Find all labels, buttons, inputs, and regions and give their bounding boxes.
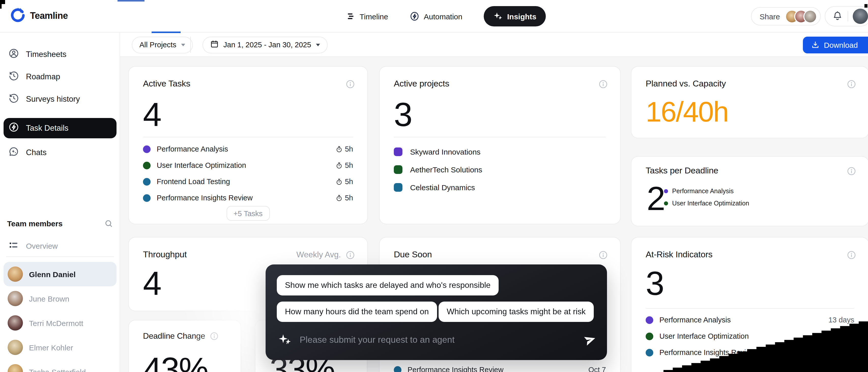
- task-label: Performance Analysis: [157, 145, 329, 153]
- stopwatch-icon: [335, 178, 343, 185]
- search-icon[interactable]: [104, 219, 113, 230]
- project-label: Skyward Innovations: [410, 147, 480, 156]
- team-member-row[interactable]: Terri McDermott: [4, 311, 117, 335]
- task-row[interactable]: Performance Insights Review 5h: [143, 190, 353, 206]
- sidebar-item-task-details[interactable]: Task Details: [4, 118, 117, 138]
- collaborator-avatars: [785, 9, 817, 23]
- member-avatar: [8, 315, 23, 331]
- task-color-dot: [143, 162, 151, 169]
- tab-insights[interactable]: Insights: [484, 6, 546, 27]
- person-icon: [8, 48, 19, 61]
- date-range-value: Jan 1, 2025 - Jan 30, 2025: [223, 41, 311, 49]
- team-member-row[interactable]: Elmer Kohler: [4, 335, 117, 360]
- sidebar-item-label: Chats: [26, 148, 46, 157]
- project-filter-dropdown[interactable]: All Projects: [132, 36, 193, 53]
- planned-vs-capacity-value: 16/40h: [646, 95, 728, 128]
- sidebar-item-label: Roadmap: [26, 72, 60, 81]
- ai-sparkles-icon: [278, 333, 292, 347]
- member-name: June Brown: [29, 294, 69, 303]
- automation-bolt-icon: [410, 11, 420, 21]
- chevron-down-icon: [316, 43, 320, 46]
- deadline-task-list: Performance Analysis User Interface Opti…: [664, 185, 749, 209]
- avatar: [803, 9, 817, 23]
- stopwatch-icon: [335, 162, 343, 169]
- download-label: Download: [824, 40, 858, 49]
- divider: [646, 308, 854, 309]
- project-color-swatch: [394, 183, 402, 192]
- suggestion-chip[interactable]: Show me which tasks are delayed and who'…: [277, 275, 499, 296]
- card-title: Planned vs. Capacity: [646, 79, 726, 89]
- active-task-list: Performance Analysis 5h User Interface O…: [143, 141, 353, 206]
- tab-timeline[interactable]: Timeline: [346, 12, 388, 21]
- tab-label: Automation: [424, 12, 463, 21]
- info-icon[interactable]: [345, 250, 355, 260]
- info-icon[interactable]: [345, 79, 355, 89]
- project-row[interactable]: Skyward Innovations: [394, 143, 606, 161]
- card-tasks-per-deadline: Tasks per Deadline 2 Performance Analysi…: [631, 156, 868, 226]
- stopwatch-icon: [335, 145, 343, 153]
- suggestion-chip[interactable]: How many hours did the team spend on: [277, 302, 437, 322]
- tab-automation[interactable]: Automation: [410, 11, 463, 21]
- active-tab-underline: [152, 31, 181, 33]
- team-member-row[interactable]: Tasha Satterfield: [4, 360, 117, 372]
- task-row[interactable]: Frontend Load Testing 5h: [143, 173, 353, 190]
- active-projects-count: 3: [394, 95, 412, 134]
- task-color-dot: [646, 316, 653, 324]
- task-row[interactable]: Performance Analysis 5h: [143, 141, 353, 157]
- suggestion-chip[interactable]: Which upcoming tasks might be at risk: [439, 302, 594, 322]
- share-button[interactable]: Share: [751, 7, 821, 26]
- notifications-bell-icon[interactable]: [832, 11, 843, 22]
- calendar-icon: [210, 40, 219, 50]
- filter-bar: All Projects Jan 1, 2025 - Jan 30, 2025 …: [120, 33, 868, 57]
- team-member-row[interactable]: Glenn Daniel: [4, 262, 117, 286]
- overview-list-icon: [9, 240, 19, 251]
- timeline-icon: [346, 12, 355, 21]
- task-label: Performance Insights Review: [157, 194, 329, 202]
- task-color-dot: [664, 189, 668, 193]
- sidebar-item-surveys-history[interactable]: Surveys history: [4, 89, 117, 109]
- ai-assistant-panel: Show me which tasks are delayed and who'…: [266, 265, 607, 360]
- task-row[interactable]: User Interface Optimization 5h: [143, 157, 353, 173]
- glitch-top-right: [864, 4, 867, 8]
- more-tasks-button[interactable]: +5 Tasks: [226, 206, 270, 221]
- info-icon[interactable]: [847, 250, 856, 260]
- user-avatar[interactable]: [853, 9, 868, 24]
- sidebar-item-timesheets[interactable]: Timesheets: [4, 44, 117, 65]
- project-row[interactable]: Celestial Dynamics: [394, 178, 606, 196]
- sidebar-item-roadmap[interactable]: Roadmap: [4, 67, 117, 87]
- team-members-title: Team members: [7, 219, 63, 228]
- sidebar-item-label: Surveys history: [26, 95, 80, 104]
- sidebar-item-chats[interactable]: Chats: [4, 142, 117, 163]
- chevron-down-icon: [181, 43, 185, 46]
- card-active-tasks: Active Tasks 4 Performance Analysis 5h: [128, 66, 368, 224]
- date-range-dropdown[interactable]: Jan 1, 2025 - Jan 30, 2025: [203, 36, 328, 53]
- team-member-row[interactable]: June Brown: [4, 286, 117, 311]
- assistant-input-row: [278, 332, 597, 348]
- info-icon[interactable]: [847, 166, 856, 176]
- task-hours: 5h: [335, 145, 353, 153]
- app-logo[interactable]: Teamline: [10, 7, 68, 25]
- project-color-swatch: [394, 165, 402, 174]
- send-icon[interactable]: [584, 333, 597, 346]
- assistant-prompt-input[interactable]: [300, 334, 576, 345]
- task-label: Frontend Load Testing: [157, 177, 329, 185]
- project-label: AetherTech Solutions: [410, 165, 482, 174]
- info-icon[interactable]: [847, 79, 856, 89]
- card-title: Due Soon: [394, 250, 432, 260]
- teamline-dashboard: Teamline Timeline Automation: [0, 0, 868, 372]
- divider: [394, 137, 606, 137]
- glitch-staircase: [663, 322, 868, 372]
- deadline-task-row: User Interface Optimization: [664, 197, 749, 209]
- share-label: Share: [760, 12, 780, 21]
- card-title: Tasks per Deadline: [646, 166, 718, 176]
- project-row[interactable]: AetherTech Solutions: [394, 161, 606, 178]
- download-button[interactable]: Download: [803, 36, 868, 53]
- member-avatar: [8, 267, 23, 282]
- task-color-dot: [646, 332, 653, 340]
- sidebar-item-overview[interactable]: Overview: [4, 237, 117, 254]
- due-soon-row[interactable]: Performance Insights Review Oct 7: [394, 362, 606, 372]
- task-label: Performance Insights Review: [407, 366, 582, 372]
- info-icon[interactable]: [598, 250, 608, 260]
- info-icon[interactable]: [598, 79, 608, 89]
- staircase-shape: [663, 322, 868, 372]
